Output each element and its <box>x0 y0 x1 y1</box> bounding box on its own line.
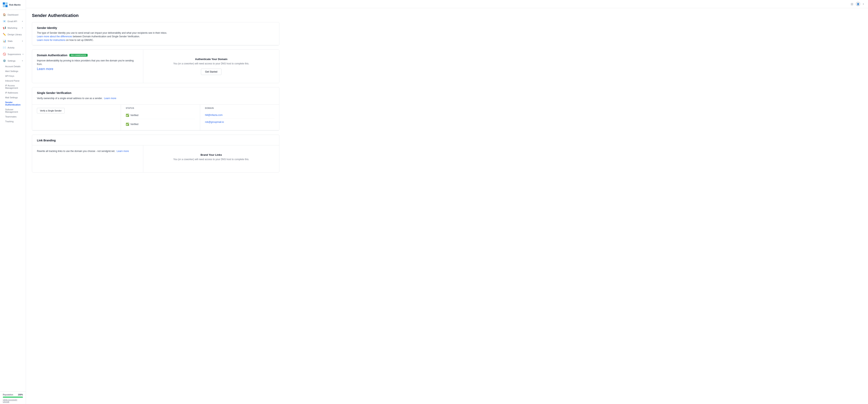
sidebar: Rob Martin 🏠 Dashboard 📧 Email API ▾ 📢 M… <box>0 0 26 404</box>
sub-nav-inbound-parse[interactable]: Inbound Parse <box>0 78 26 83</box>
account-chevron-icon[interactable]: ▾ <box>863 3 864 5</box>
svg-rect-3 <box>5 5 8 7</box>
ssv-status-header: STATUS <box>126 107 195 109</box>
link-branding-title: Link Branding <box>37 139 274 142</box>
ssv-header: Single Sender Verification Verify owners… <box>32 87 279 104</box>
sidebar-label-email-api: Email API <box>8 20 17 23</box>
page-content: Sender Authentication Sender Identity Th… <box>26 8 285 181</box>
verify-single-sender-button[interactable]: Verify a Single Sender <box>37 108 65 113</box>
view-account-usage-link[interactable]: VIEW ACCOUNT USAGE <box>3 399 23 403</box>
suppressions-icon: 🚫 <box>3 53 6 56</box>
sidebar-item-marketing[interactable]: 📢 Marketing ▾ <box>0 25 26 31</box>
get-started-button[interactable]: Get Started <box>201 69 221 75</box>
sidebar-item-design-library[interactable]: ✏️ Design Library <box>0 31 26 38</box>
svg-rect-1 <box>5 2 8 5</box>
chevron-down-icon-suppressions: ▾ <box>23 53 24 55</box>
sub-nav-alert-settings[interactable]: Alert Settings <box>0 69 26 74</box>
recommended-badge: RECOMMENDED <box>69 54 88 57</box>
ssv-domain-col: DOMAIN hill@infacta.com rob@groupmail.io <box>200 105 279 130</box>
ssv-domain-link-0[interactable]: hill@infacta.com <box>205 112 274 119</box>
dashboard-icon: 🏠 <box>3 13 6 16</box>
svg-rect-2 <box>3 5 5 7</box>
settings-submenu: Account Details Alert Settings API Keys … <box>0 64 26 124</box>
chevron-down-icon-settings: ▾ <box>22 60 23 62</box>
sub-nav-account-details[interactable]: Account Details <box>0 64 26 69</box>
domain-auth-card: Domain Authentication RECOMMENDED Improv… <box>32 49 279 83</box>
sub-nav-teammates[interactable]: Teammates <box>0 114 26 119</box>
settings-icon: ⚙️ <box>3 59 6 62</box>
ssv-status-col: STATUS ✅ Verified ✅ Verified <box>121 105 200 130</box>
sidebar-label-suppressions: Suppressions <box>8 53 21 56</box>
chevron-down-icon: ▾ <box>22 20 23 22</box>
sub-nav-ip-access-management[interactable]: IP Access Management <box>0 83 26 90</box>
reputation-section: Reputation 100% VIEW ACCOUNT USAGE <box>0 392 26 404</box>
verified-icon-1: ✅ <box>126 123 129 126</box>
sub-nav-tracking[interactable]: Tracking <box>0 119 26 124</box>
sidebar-logo: Rob Martin <box>0 0 26 10</box>
domain-auth-cta-title: Authenticate Your Domain <box>195 58 227 61</box>
sidebar-username: Rob Martin <box>9 4 21 6</box>
email-api-icon: 📧 <box>3 20 6 23</box>
lb-learn-more[interactable]: Learn more <box>117 150 129 153</box>
stats-icon: 📊 <box>3 39 6 42</box>
sidebar-item-dashboard[interactable]: 🏠 Dashboard <box>0 11 26 18</box>
learn-more-differences-link[interactable]: Learn more about the differences <box>37 35 72 38</box>
ssv-learn-more[interactable]: Learn more <box>104 97 116 100</box>
sidebar-item-activity[interactable]: ✉️ Activity <box>0 44 26 51</box>
ssv-status-row-0: ✅ Verified <box>126 112 195 119</box>
chevron-down-icon-marketing: ▾ <box>22 27 23 29</box>
svg-rect-0 <box>3 2 5 5</box>
learn-more-instructions-link[interactable]: Learn more for instructions <box>37 39 65 41</box>
sidebar-item-suppressions[interactable]: 🚫 Suppressions ▾ <box>0 51 26 58</box>
sidebar-label-design-library: Design Library <box>8 33 22 36</box>
ssv-status-value-1: Verified <box>130 123 138 126</box>
sender-identity-desc: The type of Sender Identity you use to s… <box>37 31 274 42</box>
ssv-body: Verify a Single Sender STATUS ✅ Verified… <box>32 104 279 130</box>
domain-auth-title-row: Domain Authentication RECOMMENDED <box>37 54 138 57</box>
reputation-bar <box>3 397 23 398</box>
ssv-domain-link-1[interactable]: rob@groupmail.io <box>205 119 274 126</box>
sidebar-label-marketing: Marketing <box>8 27 17 29</box>
lb-cta-desc: You (or a coworker) will need access to … <box>173 158 249 161</box>
sender-identity-desc1: The type of Sender Identity you use to s… <box>37 32 167 34</box>
ssv-cols-header: Verify a Single Sender STATUS ✅ Verified… <box>32 105 279 130</box>
marketing-icon: 📢 <box>3 26 6 29</box>
domain-auth-learn-more[interactable]: Learn more <box>37 67 53 71</box>
ssv-desc: Verify ownership of a single email addre… <box>37 97 274 100</box>
activity-icon: ✉️ <box>3 46 6 49</box>
chevron-down-icon-stats: ▾ <box>22 40 23 42</box>
ssv-domain-header: DOMAIN <box>205 107 274 109</box>
lb-right: Brand Your Links You (or a coworker) wil… <box>143 145 279 172</box>
domain-auth-section: Domain Authentication RECOMMENDED Improv… <box>32 49 279 83</box>
sidebar-label-stats: Stats <box>8 40 12 42</box>
verified-icon-0: ✅ <box>126 114 129 117</box>
ssv-verify-button-col: Verify a Single Sender <box>32 105 121 130</box>
grid-icon[interactable]: ⊞ <box>850 2 853 6</box>
sidebar-item-settings[interactable]: ⚙️ Settings ▾ <box>0 58 26 64</box>
sender-identity-desc1-cont: between Domain Authentication and Single… <box>72 35 140 38</box>
domain-auth-left: Domain Authentication RECOMMENDED Improv… <box>32 49 143 83</box>
sendgrid-logo-icon <box>3 2 8 7</box>
sender-identity-title: Sender Identity <box>37 26 274 30</box>
main-content: ⊞ 👤 ▾ Sender Authentication Sender Ident… <box>26 0 868 404</box>
ssv-status-value-0: Verified <box>130 114 138 116</box>
domain-auth-cta-desc: You (or a coworker) will need access to … <box>173 62 249 65</box>
ssv-data-cols: STATUS ✅ Verified ✅ Verified DOMAIN <box>121 105 279 130</box>
sender-identity-section: Sender Identity The type of Sender Ident… <box>32 22 279 45</box>
sidebar-nav: 🏠 Dashboard 📧 Email API ▾ 📢 Marketing ▾ … <box>0 10 26 392</box>
sub-nav-mail-settings[interactable]: Mail Settings <box>0 95 26 100</box>
sub-nav-api-keys[interactable]: API Keys <box>0 74 26 78</box>
domain-auth-right: Authenticate Your Domain You (or a cowor… <box>143 49 279 83</box>
sub-nav-ip-addresses[interactable]: IP Addresses <box>0 90 26 95</box>
ssv-title: Single Sender Verification <box>37 91 71 95</box>
link-branding-body: Rewrite all tracking links to use the do… <box>32 145 279 172</box>
domain-auth-title: Domain Authentication <box>37 54 67 57</box>
link-branding-header: Link Branding <box>32 135 279 145</box>
user-avatar[interactable]: 👤 <box>856 2 860 6</box>
sub-nav-subuser-management[interactable]: Subuser Management <box>0 107 26 114</box>
sub-nav-sender-authentication[interactable]: Sender Authentication <box>0 100 26 107</box>
sidebar-item-stats[interactable]: 📊 Stats ▾ <box>0 38 26 44</box>
sidebar-item-email-api[interactable]: 📧 Email API ▾ <box>0 18 26 25</box>
link-branding-section: Link Branding Rewrite all tracking links… <box>32 135 279 172</box>
top-bar: ⊞ 👤 ▾ <box>26 0 868 8</box>
